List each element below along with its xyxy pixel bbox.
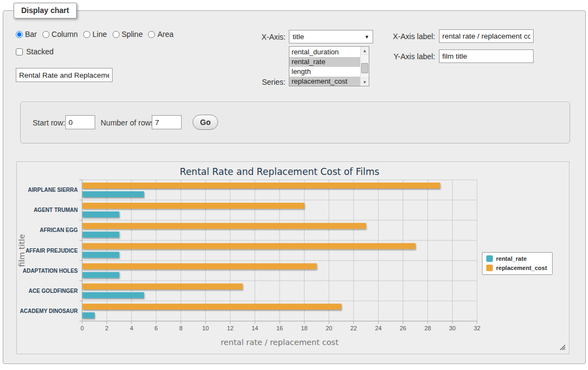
x-axis-select[interactable]: title ▼	[289, 30, 373, 43]
x-axis-select-label: X-Axis:	[247, 33, 286, 41]
svg-text:22: 22	[350, 325, 357, 331]
fieldset-legend: Display chart	[14, 3, 77, 18]
number-of-rows-label: Number of rows:	[101, 118, 157, 127]
chart-title-input[interactable]	[16, 68, 113, 82]
bars-rental_rate	[83, 191, 144, 318]
svg-text:8: 8	[179, 325, 182, 331]
bar-replacement_cost-ACE GOLDFINGER[interactable]	[83, 284, 243, 290]
scrollbar-thumb[interactable]	[361, 63, 368, 73]
chart-type-radio-spline[interactable]	[113, 31, 120, 38]
go-button[interactable]: Go	[193, 115, 218, 130]
legend-item-replacement_cost[interactable]: replacement_cost	[486, 265, 547, 271]
x-axis-title: rental rate / replacement cost	[221, 338, 339, 347]
chart-type-radio-label: Bar	[25, 30, 37, 39]
chart-type-option-line[interactable]: Line	[83, 30, 107, 39]
bar-replacement_cost-AIRPLANE SIERRA[interactable]	[83, 183, 441, 189]
stacked-label: Stacked	[26, 47, 54, 56]
chart-type-option-area[interactable]: Area	[148, 30, 174, 39]
legend-swatch-rental_rate	[486, 255, 493, 262]
svg-text:ACADEMY DINOSAUR: ACADEMY DINOSAUR	[20, 308, 78, 314]
svg-text:32: 32	[474, 325, 480, 331]
scroll-down-icon[interactable]: ▼	[361, 78, 369, 86]
legend-swatch-replacement_cost	[486, 265, 493, 271]
bar-rental_rate-ACADEMY DINOSAUR[interactable]	[83, 312, 95, 318]
bar-replacement_cost-AGENT TRUMAN[interactable]	[83, 203, 305, 209]
svg-text:AFFAIR PREJUDICE: AFFAIR PREJUDICE	[26, 248, 78, 254]
stacked-row: Stacked	[16, 47, 54, 56]
x-tick-labels: 02468101214161820222426283032	[81, 325, 480, 331]
svg-text:AFRICAN EGG: AFRICAN EGG	[40, 227, 78, 233]
chart-type-radio-label: Line	[92, 30, 107, 39]
bar-rental_rate-ACE GOLDFINGER[interactable]	[83, 292, 144, 298]
bar-rental_rate-AGENT TRUMAN[interactable]	[83, 211, 120, 217]
svg-text:18: 18	[301, 325, 307, 331]
chart-type-option-column[interactable]: Column	[42, 30, 78, 39]
axes	[79, 180, 477, 324]
number-of-rows-input[interactable]	[152, 115, 182, 129]
svg-text:26: 26	[400, 325, 406, 331]
legend-label: replacement_cost	[496, 265, 547, 271]
y-axis-label-input[interactable]	[439, 49, 534, 63]
bar-replacement_cost-AFFAIR PREJUDICE[interactable]	[83, 243, 416, 249]
stacked-checkbox[interactable]	[16, 48, 23, 55]
chart-type-radio-label: Column	[52, 30, 78, 39]
bar-rental_rate-AIRPLANE SIERRA[interactable]	[83, 191, 144, 197]
series-option-replacement_cost[interactable]: replacement_cost	[289, 77, 360, 86]
bar-rental_rate-AFFAIR PREJUDICE[interactable]	[83, 252, 120, 258]
chart-type-radio-label: Spline	[122, 30, 143, 39]
bar-replacement_cost-ACADEMY DINOSAUR[interactable]	[83, 304, 342, 310]
chart-type-option-spline[interactable]: Spline	[113, 30, 143, 39]
svg-text:16: 16	[276, 325, 283, 331]
page: Display chart BarColumnLineSplineArea St…	[0, 0, 588, 370]
chart-type-radio-column[interactable]	[42, 31, 49, 38]
series-options: rental_durationrental_ratelengthreplacem…	[289, 47, 360, 86]
svg-text:10: 10	[202, 325, 209, 331]
start-row-input[interactable]	[65, 115, 95, 129]
svg-text:ACE GOLDFINGER: ACE GOLDFINGER	[28, 288, 78, 294]
chart-type-radio-bar[interactable]	[16, 31, 23, 38]
x-axis-label-input[interactable]	[439, 29, 534, 43]
bar-replacement_cost-AFRICAN EGG[interactable]	[83, 223, 367, 229]
series-option-rental_duration[interactable]: rental_duration	[289, 47, 360, 57]
svg-text:14: 14	[252, 325, 258, 331]
svg-text:AIRPLANE SIERRA: AIRPLANE SIERRA	[28, 187, 78, 193]
x-axis-selected-value: title	[293, 33, 304, 41]
chevron-down-icon: ▼	[364, 34, 369, 40]
svg-text:AGENT TRUMAN: AGENT TRUMAN	[34, 207, 78, 213]
bar-rental_rate-AFRICAN EGG[interactable]	[83, 231, 120, 237]
svg-text:6: 6	[154, 325, 158, 331]
svg-text:4: 4	[130, 325, 133, 331]
resize-handle-icon[interactable]	[560, 344, 566, 350]
chart-legend: rental_ratereplacement_cost	[482, 252, 553, 275]
start-row-label: Start row:	[33, 118, 65, 127]
svg-text:ADAPTATION HOLES: ADAPTATION HOLES	[23, 268, 78, 274]
chart-type-radio-line[interactable]	[83, 31, 90, 38]
chart-title: Rental Rate and Replacement Cost of Film…	[180, 166, 380, 177]
svg-text:28: 28	[424, 325, 431, 331]
y-axis-label-caption: Y-Axis label:	[386, 52, 435, 61]
bar-replacement_cost-ADAPTATION HOLES[interactable]	[83, 264, 317, 269]
svg-text:20: 20	[326, 325, 332, 331]
svg-text:12: 12	[227, 325, 233, 331]
x-axis-label-caption: X-Axis label:	[386, 32, 435, 41]
series-select-label: Series:	[247, 78, 286, 86]
chart-type-option-bar[interactable]: Bar	[16, 30, 37, 39]
bar-rental_rate-ADAPTATION HOLES[interactable]	[83, 272, 120, 278]
series-option-length[interactable]: length	[289, 67, 360, 77]
chart-type-radio-label: Area	[157, 30, 174, 39]
series-scrollbar[interactable]: ▲ ▼	[360, 47, 369, 86]
y-axis-title: film title	[17, 234, 26, 267]
legend-label: rental_rate	[496, 255, 527, 262]
svg-text:0: 0	[81, 325, 84, 331]
chart-container: 02468101214161820222426283032AIRPLANE SI…	[16, 161, 570, 354]
svg-text:30: 30	[449, 325, 456, 331]
series-option-rental_rate[interactable]: rental_rate	[289, 57, 360, 67]
series-multiselect[interactable]: rental_durationrental_ratelengthreplacem…	[289, 46, 369, 86]
scroll-up-icon[interactable]: ▲	[361, 47, 369, 55]
gridlines	[82, 180, 477, 321]
svg-text:24: 24	[375, 325, 381, 331]
legend-item-rental_rate[interactable]: rental_rate	[486, 255, 547, 262]
row-range-panel: Start row: Number of rows: Go	[20, 102, 570, 143]
chart-type-radio-area[interactable]	[148, 31, 155, 38]
bars-replacement_cost	[83, 183, 441, 310]
